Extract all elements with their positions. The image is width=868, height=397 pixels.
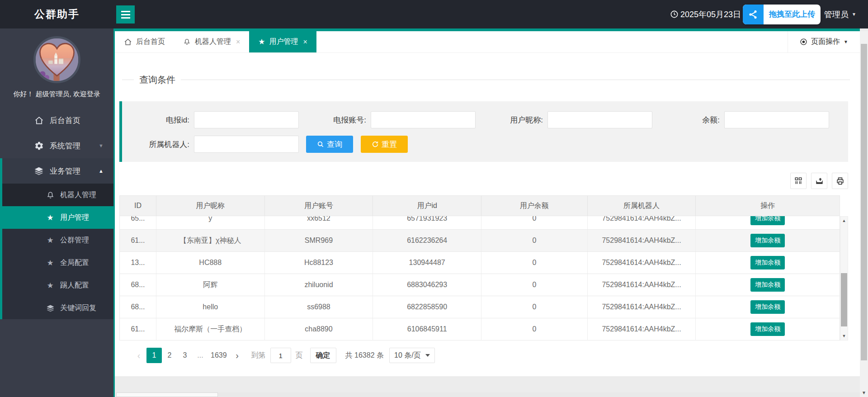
tab-label: 后台首页	[136, 37, 165, 47]
sidebar: 你好！ 超级管理员, 欢迎登录 后台首页 系统管理 ▼	[0, 28, 115, 397]
star-icon: ★	[46, 213, 55, 222]
upload-overlay[interactable]: 拖拽至此上传	[743, 5, 821, 24]
page-ops-label: 页面操作	[811, 37, 840, 47]
field-bot: 所属机器人:	[122, 136, 299, 153]
star-icon: ★	[46, 258, 55, 267]
topbar: 公群助手 2025年05月23日 拖拽至此上	[0, 0, 868, 28]
add-balance-button[interactable]: 增加余额	[750, 216, 785, 225]
add-balance-button[interactable]: 增加余额	[750, 278, 785, 292]
columns-icon	[794, 177, 802, 185]
greeting-text: 你好！ 超级管理员, 欢迎登录	[0, 90, 113, 99]
scrollbar-thumb[interactable]	[861, 44, 867, 360]
tab-home[interactable]: 后台首页	[115, 31, 174, 52]
sidebar-item-label: 业务管理	[50, 166, 80, 176]
page-operations-dropdown[interactable]: 页面操作 ▼	[788, 31, 860, 52]
query-row-2: 所属机器人: 查询	[122, 136, 848, 153]
scrollbar-thumb[interactable]	[116, 392, 218, 397]
next-page-button[interactable]: ›	[230, 348, 245, 363]
tab-label: 用户管理	[269, 37, 298, 47]
page-button-last[interactable]: 1639	[208, 348, 230, 363]
add-balance-button[interactable]: 增加余额	[750, 300, 785, 314]
table-row: 13... HC888 Hc88123 130944487 0 75298416…	[120, 252, 840, 274]
column-header-balance: 用户余额	[481, 196, 588, 216]
balance-input[interactable]	[724, 111, 829, 128]
bell-icon	[183, 38, 191, 46]
page-vertical-scrollbar[interactable]: ▼	[860, 31, 868, 397]
table-scrollbar[interactable]: ▲ ▼	[840, 216, 848, 340]
page-button-2[interactable]: 2	[162, 348, 177, 363]
sidebar-item-label: 用户管理	[60, 213, 89, 222]
circle-dot-icon	[800, 38, 807, 46]
tab-user-management[interactable]: ★ 用户管理 ×	[249, 31, 316, 52]
avatar[interactable]	[33, 36, 80, 83]
share-nodes-icon	[743, 5, 764, 24]
bot-input[interactable]	[194, 136, 299, 153]
home-icon	[34, 115, 44, 125]
sidebar-item-keyword-reply[interactable]: 关键词回复	[2, 297, 113, 319]
tab-robot-management[interactable]: 机器人管理 ×	[174, 31, 249, 52]
telegram-account-input[interactable]	[371, 111, 476, 128]
page-button-3[interactable]: 3	[177, 348, 193, 363]
search-button[interactable]: 查询	[306, 136, 353, 153]
scroll-down-arrow-icon[interactable]: ▼	[840, 334, 848, 338]
pagination: ‹ 1 2 3 ... 1639 › 到第 页 确定 共 16382 条 10 …	[131, 348, 848, 363]
date-text: 2025年05月23日	[680, 9, 741, 20]
goto-label: 到第	[251, 351, 266, 360]
sidebar-item-label: 踢人配置	[60, 281, 89, 290]
divider	[181, 80, 850, 80]
sidebar-item-system[interactable]: 系统管理 ▼	[0, 133, 113, 158]
page-size-select[interactable]: 10 条/页	[389, 348, 435, 363]
sidebar-item-business[interactable]: 业务管理 ▲	[2, 158, 113, 184]
topbar-right: 2025年05月23日 拖拽至此上传 管理员 ▼	[670, 0, 856, 28]
reset-button[interactable]: 重置	[361, 136, 408, 153]
telegram-id-input[interactable]	[194, 111, 299, 128]
hamburger-icon	[121, 11, 130, 12]
close-icon[interactable]: ×	[303, 38, 307, 46]
layers-icon	[46, 303, 55, 312]
user-label: 管理员	[824, 9, 849, 20]
print-button[interactable]	[832, 173, 848, 189]
column-header-userid: 用户id	[373, 196, 481, 216]
table-row: 61... 【东南亚】χ神秘人 SMR969 6162236264 0 7529…	[120, 230, 840, 252]
scroll-up-arrow-icon[interactable]: ▲	[840, 218, 848, 223]
layers-icon	[34, 166, 44, 176]
scrollbar-thumb[interactable]	[841, 273, 847, 326]
sidebar-item-user-management[interactable]: ★ 用户管理	[2, 206, 113, 229]
page-horizontal-scrollbar[interactable]	[116, 392, 860, 397]
print-icon	[836, 177, 844, 185]
page-word: 页	[296, 351, 303, 360]
add-balance-button[interactable]: 增加余额	[750, 322, 785, 336]
scroll-down-arrow-icon[interactable]: ▼	[860, 390, 868, 395]
user-menu[interactable]: 管理员 ▼	[824, 9, 856, 20]
close-icon[interactable]: ×	[236, 38, 240, 46]
nickname-input[interactable]	[547, 111, 652, 128]
confirm-button[interactable]: 确定	[310, 348, 336, 363]
goto-page-input[interactable]	[270, 348, 291, 363]
add-balance-button[interactable]: 增加余额	[750, 234, 785, 247]
columns-filter-button[interactable]	[790, 173, 807, 189]
star-icon: ★	[46, 281, 55, 290]
sidebar-item-robot-management[interactable]: 机器人管理	[2, 184, 113, 206]
table-row: 61... 福尔摩斯（一手查档） cha8890 6106845911 0 75…	[120, 318, 840, 340]
sidebar-group-business: 业务管理 ▲ 机器人管理 ★	[0, 158, 113, 319]
sidebar-item-label: 全局配置	[60, 258, 89, 268]
sidebar-item-home[interactable]: 后台首页	[0, 108, 113, 133]
export-button[interactable]	[811, 173, 827, 189]
telegram-account-label: 电报账号:	[299, 115, 366, 125]
field-balance: 余额:	[652, 111, 829, 128]
sidebar-item-label: 后台首页	[50, 115, 80, 126]
chevron-down-icon: ▼	[852, 12, 856, 17]
column-header-account: 用户账号	[265, 196, 373, 216]
sidebar-item-global-config[interactable]: ★ 全局配置	[2, 251, 113, 274]
page-ellipsis: ...	[193, 348, 208, 363]
page-button-1[interactable]: 1	[146, 348, 162, 363]
add-balance-button[interactable]: 增加余额	[750, 256, 785, 269]
bot-label: 所属机器人:	[122, 139, 189, 150]
hamburger-menu-button[interactable]	[116, 5, 135, 24]
sidebar-item-kick-config[interactable]: ★ 踢人配置	[2, 274, 113, 297]
query-form: 电报id: 电报账号: 用户昵称: 余额: 所属机器人:	[119, 101, 848, 162]
users-table: ID 用户昵称 用户账号 用户id 用户余额 所属机器人 操作 65... y …	[119, 195, 848, 340]
sidebar-menu: 后台首页 系统管理 ▼	[0, 108, 113, 319]
sidebar-item-group-management[interactable]: ★ 公群管理	[2, 229, 113, 251]
prev-page-button[interactable]: ‹	[131, 348, 146, 363]
